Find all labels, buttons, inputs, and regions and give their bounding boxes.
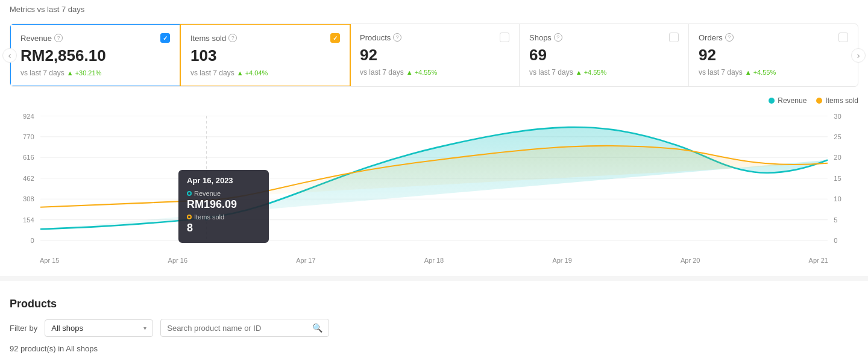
section-divider (0, 276, 868, 281)
info-icon-shops[interactable]: ? (554, 33, 562, 42)
products-count: 92 product(s) in All shops (10, 344, 858, 353)
metric-checkbox-revenue[interactable]: ✓ (160, 33, 170, 43)
xaxis-label-apr18: Apr 18 (424, 257, 444, 264)
xaxis-label-apr19: Apr 19 (552, 257, 571, 264)
metric-title-shops: Shops ? (529, 33, 562, 42)
metric-value-revenue: RM2,856.10 (20, 46, 170, 65)
metric-checkbox-items_sold[interactable]: ✓ (330, 33, 340, 43)
legend-revenue: Revenue (769, 96, 807, 105)
metric-card-orders[interactable]: Orders ? 92 vs last 7 days ▲ +4.55% (689, 24, 858, 86)
info-icon-products[interactable]: ? (393, 33, 401, 42)
svg-text:15: 15 (834, 175, 841, 182)
svg-text:462: 462 (23, 175, 34, 182)
metric-trend-products: ▲ +4.55% (406, 69, 438, 76)
revenue-legend-label: Revenue (778, 96, 807, 105)
search-input-wrap: 🔍 (160, 319, 329, 337)
metric-value-items_sold: 103 (190, 46, 340, 65)
metric-checkbox-orders[interactable] (838, 33, 848, 42)
metric-trend-revenue: ▲ +30.21% (67, 69, 102, 77)
svg-text:5: 5 (834, 216, 837, 224)
products-section: Products Filter by All shops ▾ 🔍 92 prod… (0, 290, 868, 360)
metric-card-header-shops: Shops ? (529, 33, 679, 42)
info-icon-orders[interactable]: ? (725, 33, 734, 42)
metric-title-products: Products ? (360, 33, 401, 42)
revenue-legend-dot (769, 98, 775, 104)
metric-comparison-shops: vs last 7 days ▲ +4.55% (529, 68, 679, 77)
metric-title-orders: Orders ? (699, 33, 734, 42)
metric-card-products[interactable]: Products ? 92 vs last 7 days ▲ +4.55% (350, 24, 520, 86)
metric-card-header-items_sold: Items sold ? ✓ (190, 33, 340, 43)
metric-card-header-revenue: Revenue ? ✓ (20, 33, 170, 43)
chevron-down-icon: ▾ (143, 325, 146, 331)
xaxis-label-apr20: Apr 20 (681, 257, 700, 264)
svg-point-22 (203, 215, 209, 221)
products-filters: Filter by All shops ▾ 🔍 (10, 319, 858, 337)
info-icon-items_sold[interactable]: ? (228, 34, 237, 42)
next-arrow[interactable]: › (851, 48, 866, 63)
metric-value-products: 92 (360, 46, 509, 64)
shop-filter-value: All shops (51, 324, 83, 333)
metric-checkbox-products[interactable] (500, 33, 509, 42)
metric-title-revenue: Revenue ? (20, 34, 63, 43)
xaxis-label-apr16: Apr 16 (168, 257, 187, 264)
metric-card-revenue[interactable]: Revenue ? ✓ RM2,856.10 vs last 7 days ▲ … (10, 24, 181, 87)
metric-card-header-orders: Orders ? (699, 33, 848, 42)
metric-checkbox-shops[interactable] (669, 33, 679, 42)
items-sold-legend-label: Items sold (825, 96, 858, 105)
svg-text:10: 10 (834, 195, 841, 202)
svg-text:924: 924 (23, 112, 34, 119)
info-icon-revenue[interactable]: ? (54, 34, 63, 42)
shop-filter-select[interactable]: All shops ▾ (45, 319, 153, 337)
metric-comparison-orders: vs last 7 days ▲ +4.55% (699, 68, 848, 77)
svg-text:30: 30 (834, 112, 841, 119)
chart-xaxis: Apr 15 Apr 16 Apr 17 Apr 18 Apr 19 Apr 2… (10, 254, 858, 266)
xaxis-label-apr17: Apr 17 (296, 257, 315, 264)
metric-comparison-revenue: vs last 7 days ▲ +30.21% (20, 69, 170, 77)
svg-text:770: 770 (23, 133, 34, 140)
svg-text:308: 308 (23, 195, 34, 202)
metric-value-shops: 69 (529, 46, 679, 64)
chart-legend: Revenue Items sold (10, 92, 858, 110)
products-title: Products (10, 298, 858, 310)
chart-svg: 924 770 616 462 308 154 0 30 25 20 15 10… (10, 110, 858, 254)
metric-card-shops[interactable]: Shops ? 69 vs last 7 days ▲ +4.55% (520, 24, 689, 86)
metric-trend-orders: ▲ +4.55% (745, 69, 776, 76)
metric-value-orders: 92 (699, 46, 848, 64)
search-input[interactable] (167, 324, 307, 333)
svg-text:0: 0 (31, 237, 34, 244)
svg-text:25: 25 (834, 133, 841, 140)
filter-label: Filter by (10, 324, 37, 333)
prev-arrow[interactable]: ‹ (2, 48, 17, 63)
metric-trend-items_sold: ▲ +4.04% (237, 69, 268, 77)
chart-container: 924 770 616 462 308 154 0 30 25 20 15 10… (10, 110, 858, 254)
chart-section: Revenue Items sold (0, 92, 868, 266)
metric-title-items_sold: Items sold ? (190, 34, 237, 43)
metric-comparison-products: vs last 7 days ▲ +4.55% (360, 68, 509, 77)
legend-items-sold: Items sold (816, 96, 858, 105)
metric-comparison-items_sold: vs last 7 days ▲ +4.04% (190, 69, 340, 77)
search-icon[interactable]: 🔍 (312, 323, 322, 333)
xaxis-label-apr21: Apr 21 (809, 257, 828, 264)
svg-text:0: 0 (834, 237, 837, 244)
metrics-cards-wrapper: ‹ Revenue ? ✓ RM2,856.10 vs last 7 days … (0, 19, 868, 92)
svg-text:20: 20 (834, 154, 841, 161)
metrics-header: Metrics vs last 7 days (0, 0, 868, 19)
svg-text:616: 616 (23, 154, 34, 161)
items-sold-legend-dot (816, 98, 822, 104)
metric-card-items_sold[interactable]: Items sold ? ✓ 103 vs last 7 days ▲ +4.0… (180, 24, 351, 87)
xaxis-label-apr15: Apr 15 (40, 257, 59, 264)
metric-trend-shops: ▲ +4.55% (576, 69, 607, 76)
svg-text:154: 154 (23, 216, 34, 224)
metric-card-header-products: Products ? (360, 33, 509, 42)
metrics-cards: Revenue ? ✓ RM2,856.10 vs last 7 days ▲ … (10, 24, 858, 87)
